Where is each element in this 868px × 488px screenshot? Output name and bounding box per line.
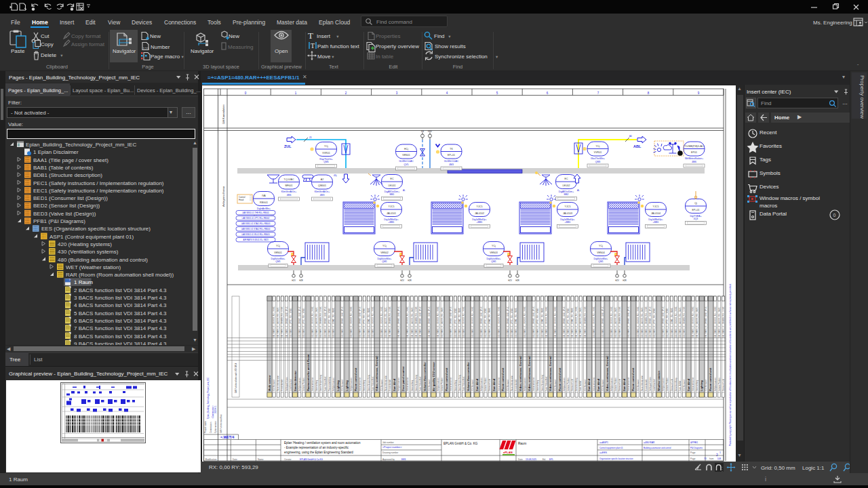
svg-text:BED3 (Valve list (Design)): BED3 (Valve list (Design)): [33, 211, 96, 217]
svg-text:480_RAR01_01_DIMMEN_RU+_LEU01: 480_RAR01_01_DIMMEN_RU+_LEU01: [618, 306, 621, 338]
svg-text:+MB1: +MB1: [477, 221, 483, 224]
svg-text:GA-Funktionsliste nach VDI 381: GA-Funktionsliste nach VDI 3814: [235, 363, 237, 393]
svg-text:WtrMeteoStation+: WtrMeteoStation+: [685, 157, 703, 160]
svg-text:VVR01: VVR01: [594, 151, 601, 154]
svg-text:KBV: KBV: [428, 130, 432, 133]
svg-text:Helligkeit aussen: Helligkeit aussen: [610, 378, 613, 391]
svg-text:480_RAR01_01_LPT01_RU+_VEN01: 480_RAR01_01_LPT01_RU+_VEN01: [328, 308, 331, 338]
svg-text:Fensterkontakt: Fensterkontakt: [515, 380, 517, 391]
svg-text:480_RAR01_01_STW01_RU+_RB001: 480_RAR01_01_STW01_RU+_RB001: [671, 307, 673, 338]
svg-text:A2: A2: [321, 178, 323, 181]
svg-text:Jalousie Position: Jalousie Position: [567, 378, 570, 391]
svg-text:Helligkeit aussen: Helligkeit aussen: [437, 378, 439, 391]
svg-text:480_RAR01_01_DIMMEN_RU+_LEU01: 480_RAR01_01_DIMMEN_RU+_LEU01: [281, 306, 283, 338]
svg-text:480_RAR01_01_STW01_RU+_RB001: 480_RAR01_01_STW01_RU+_RB001: [515, 307, 517, 338]
svg-text:T: T: [311, 42, 315, 49]
svg-text:Raum-Isttemperatur: Raum-Isttemperatur: [641, 375, 644, 391]
svg-text:=.WET/4: =.WET/4: [220, 435, 234, 439]
svg-text:EES (Organization specific loc: EES (Organization specific location stru…: [41, 226, 151, 232]
svg-text:<Project number>: <Project number>: [382, 446, 402, 449]
svg-text:Air quality CO2 sensor: Air quality CO2 sensor: [432, 361, 435, 391]
svg-text:JAL0103: JAL0103: [563, 212, 572, 215]
svg-text:HZV: HZV: [615, 279, 619, 282]
svg-text:AL: AL: [577, 189, 580, 192]
svg-text:480_RAR01_01_XXXXXX_RU+_XXX01: 480_RAR01_01_XXXXXX_RU+_XXX01: [311, 306, 314, 338]
svg-text:Head: Head: [239, 199, 244, 201]
svg-text:480_RAR01_01_XXXXXX_RU+_XXX01: 480_RAR01_01_XXXXXX_RU+_XXX01: [637, 306, 639, 338]
svg-text:P&I Diagrams: P&I Diagrams: [690, 447, 703, 449]
svg-text:480_RAR01_01_XXXXXX_RU+_XXX01: 480_RAR01_01_XXXXXX_RU+_XXX01: [675, 306, 677, 338]
svg-text:HZR: HZR: [623, 279, 627, 282]
svg-text:BED1 (Consumer list (Design)): BED1 (Consumer list (Design)): [33, 195, 108, 201]
svg-text:LAB SW01 01 THE RU+ RB001: LAB SW01 01 THE RU+ RB001: [242, 211, 269, 214]
svg-text:T: T: [308, 30, 313, 41]
svg-text:Eplan version: Eplan version: [214, 420, 217, 433]
svg-text:480_RAR01_01_XXXXXX_RU+_XXX01: 480_RAR01_01_XXXXXX_RU+_XXX01: [462, 306, 465, 338]
svg-text:Weather station: Weather station: [657, 371, 660, 391]
svg-text:from: from: [709, 458, 714, 460]
svg-text:Helligkeit aussen: Helligkeit aussen: [714, 378, 717, 391]
svg-text:480_RAR01_01_STW01_RU+_RB001: 480_RAR01_01_STW01_RU+_RB001: [571, 307, 574, 338]
svg-text:Stoermeldung: Stoermeldung: [536, 380, 539, 391]
svg-text:HZR: HZR: [408, 279, 412, 282]
svg-text:Dimmwert Licht: Dimmwert Licht: [618, 379, 621, 391]
svg-text:480_RAR01_01_DRK001_ILME_EP+01: 480_RAR01_01_DRK001_ILME_EP+01: [298, 306, 301, 338]
svg-text:Volumenstrom Ist: Volumenstrom Ist: [498, 378, 500, 391]
svg-text:CO2 Messwert: CO2 Messwert: [683, 380, 686, 391]
svg-text:WET (Weather station): WET (Weather station): [66, 264, 121, 270]
svg-text:Helligkeit aussen: Helligkeit aussen: [298, 378, 301, 391]
svg-text:Room control unit: Room control unit: [445, 367, 448, 391]
svg-text:Room control unit: Room control unit: [558, 367, 561, 391]
svg-text:Volume flow controller: Volume flow controller: [423, 362, 427, 391]
svg-text:480_RAR01_01_XXXXXX_RU+_XXX01: 480_RAR01_01_XXXXXX_RU+_XXX01: [350, 306, 353, 338]
svg-text:ePLAN: ePLAN: [503, 451, 513, 454]
svg-text:QM5: QM5: [323, 161, 328, 163]
svg-text:480_RAR01_01_LPT01_RU+_VEN01: 480_RAR01_01_LPT01_RU+_VEN01: [511, 308, 513, 338]
svg-text:480_RAR01_01_STW01_RU+_RB001: 480_RAR01_01_STW01_RU+_RB001: [458, 307, 461, 338]
svg-text:Fensterkontakt: Fensterkontakt: [281, 380, 283, 391]
svg-text:Room control unit: Room control unit: [501, 367, 505, 391]
svg-text:AIR RAYS IV 48.01.91+ 9B23: AIR RAYS IV 48.01.91+ 9B23: [243, 239, 269, 241]
svg-text:Helligkeit aussen: Helligkeit aussen: [563, 378, 566, 391]
svg-text:Sun blind: Sun blind: [597, 378, 600, 391]
svg-text:DigValveMot+: DigValveMot+: [594, 258, 608, 260]
svg-text:VVR01: VVR01: [322, 152, 330, 155]
svg-text:Smoke detector: Smoke detector: [294, 371, 297, 391]
svg-text:YJC5: YJC5: [389, 205, 395, 208]
svg-text:Job number: Job number: [382, 441, 395, 444]
svg-text:Page: Page: [690, 458, 696, 460]
svg-text:480_RAR01_01_XXXXXX_RU+_XXX01: 480_RAR01_01_XXXXXX_RU+_XXX01: [498, 306, 500, 338]
svg-text:480_RAR01_01_XXXXXX_RU+_XXX01: 480_RAR01_01_XXXXXX_RU+_XXX01: [575, 306, 578, 338]
svg-text:LAB SW01 01 LPT1 RU+ RB002: LAB SW01 01 LPT1 RU+ RB002: [242, 217, 270, 220]
svg-text:Jalousie Position: Jalousie Position: [302, 378, 305, 391]
svg-text:Helligkeit aussen: Helligkeit aussen: [524, 378, 526, 391]
svg-text:VEN02: VEN02: [380, 251, 388, 254]
svg-text:Eplan_Building_Technology_Proj: Eplan_Building_Technology_Project_mm_IEC: [207, 377, 210, 419]
svg-text:RBG01: RBG01: [260, 201, 268, 204]
svg-text:DigJalMotUp+: DigJalMotUp+: [648, 218, 663, 221]
svg-text:Raum-Isttemperatur: Raum-Isttemperatur: [384, 375, 387, 391]
svg-text:KlimVertAtOn+: KlimVertAtOn+: [281, 190, 296, 193]
svg-text:MB2: MB2: [564, 193, 569, 196]
svg-text:Commission: Commission: [210, 422, 212, 433]
svg-text:TK: TK: [450, 148, 453, 150]
svg-text:QV5: QV5: [404, 163, 409, 166]
svg-text:BDB1 (Structure description): BDB1 (Structure description): [33, 172, 102, 178]
svg-text:LAB SW01 01 STA02 RU+ RB004: LAB SW01 01 STA02 RU+ RB004: [241, 228, 271, 230]
svg-text:Lighting: Lighting: [700, 380, 703, 391]
svg-text:JAL0102: JAL0102: [475, 212, 484, 215]
svg-text:Z4: Z4: [309, 136, 312, 139]
svg-text:EC: EC: [391, 178, 394, 180]
svg-text:5 BACS function list VDI 3814: 5 BACS function list VDI 3814 Part 4.3: [74, 310, 167, 317]
svg-text:480_RAR01_01_DIMMEN_RU+_LEU01: 480_RAR01_01_DIMMEN_RU+_LEU01: [645, 306, 648, 338]
svg-text:480_RAR01_01_DRK001_ILME_EP+01: 480_RAR01_01_DRK001_ILME_EP+01: [601, 306, 604, 338]
svg-text:CO2 Messwert: CO2 Messwert: [428, 380, 431, 391]
svg-text:Dimmwert Licht: Dimmwert Licht: [671, 379, 673, 391]
svg-text:DigITGEA+: DigITGEA+: [690, 215, 701, 218]
svg-text:AL: AL: [403, 189, 406, 192]
svg-text:480_RAR01_01_DRK001_ILME_EP+01: 480_RAR01_01_DRK001_ILME_EP+01: [532, 306, 535, 338]
svg-text:DigJalMotUp+: DigJalMotUp+: [384, 218, 398, 221]
svg-text:480_RAR01_01_LPT01_RU+_VEN01: 480_RAR01_01_LPT01_RU+_VEN01: [653, 308, 656, 338]
svg-text:LAB SW01 01 WL01 RU+ RB005: LAB SW01 01 WL01 RU+ RB005: [241, 233, 270, 236]
svg-text:480_RAR01_01_JALXXX_RU+_JAL01: 480_RAR01_01_JALXXX_RU+_JAL01: [641, 306, 644, 338]
